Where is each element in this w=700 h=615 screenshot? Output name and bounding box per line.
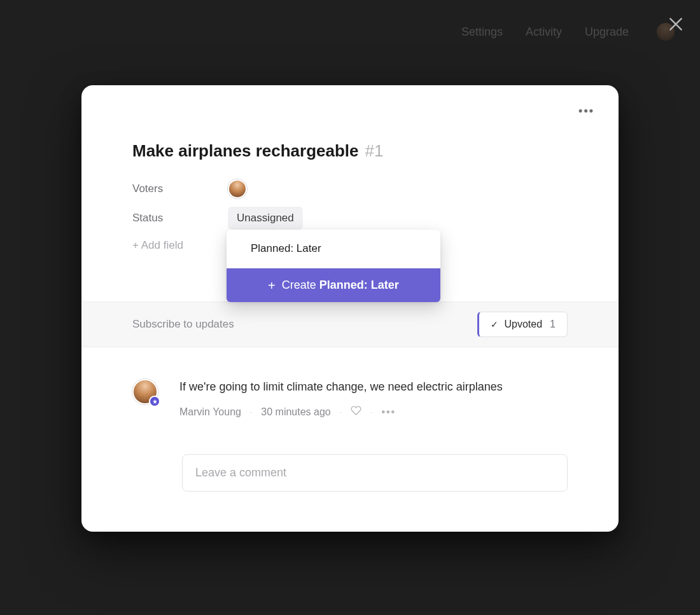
nav-settings: Settings	[461, 25, 503, 39]
comment-input-wrap	[182, 454, 568, 492]
comment-text: If we're going to limit climate change, …	[179, 379, 568, 395]
create-prefix: Create	[282, 279, 316, 291]
upvoted-count: 1	[550, 319, 556, 330]
comment-block: If we're going to limit climate change, …	[132, 379, 568, 418]
more-horizontal-icon: •••	[578, 104, 594, 117]
background-header: Settings Activity Upgrade	[0, 0, 700, 64]
upvoted-button[interactable]: ✓ Upvoted 1	[477, 312, 568, 337]
upvoted-label: Upvoted	[505, 319, 543, 330]
voters-field: Voters	[132, 174, 527, 204]
voters-label: Voters	[132, 183, 228, 195]
status-value[interactable]: Unassigned	[228, 207, 303, 230]
comment-more-button[interactable]: •••	[381, 406, 396, 418]
comment-time: 30 minutes ago	[261, 406, 330, 418]
meta-separator: ·	[340, 408, 342, 417]
close-button[interactable]	[666, 14, 686, 34]
close-icon	[668, 16, 684, 32]
nav-upgrade: Upgrade	[585, 25, 629, 39]
subscribe-bar: Subscribe to updates ✓ Upvoted 1	[81, 301, 619, 347]
more-horizontal-icon: •••	[381, 406, 396, 417]
status-field: Status Unassigned	[132, 204, 527, 233]
status-dropdown: + Create Planned: Later	[227, 230, 440, 302]
voter-avatar[interactable]	[228, 179, 247, 198]
issue-title-row: Make airplanes rechargeable #1	[132, 141, 383, 161]
meta-separator: ·	[370, 408, 372, 417]
like-button[interactable]	[351, 405, 361, 418]
create-value: Planned: Later	[319, 279, 399, 291]
svg-marker-2	[152, 399, 157, 403]
heart-icon	[351, 405, 361, 416]
comment-author[interactable]: Marvin Young	[179, 406, 241, 418]
comment-meta: Marvin Young · 30 minutes ago · · •••	[179, 405, 568, 418]
star-icon	[152, 399, 158, 404]
plus-icon: +	[268, 279, 276, 292]
admin-badge	[149, 396, 160, 407]
comment-avatar-wrap	[132, 379, 158, 404]
status-search-input[interactable]	[235, 237, 431, 260]
status-label: Status	[132, 212, 228, 225]
modal-more-button[interactable]: •••	[578, 104, 594, 118]
meta-separator: ·	[250, 408, 252, 417]
issue-title: Make airplanes rechargeable	[132, 141, 359, 161]
issue-id: #1	[365, 141, 384, 161]
subscribe-link[interactable]: Subscribe to updates	[132, 318, 234, 331]
nav-activity: Activity	[526, 25, 562, 39]
issue-modal: ••• Make airplanes rechargeable #1 Voter…	[81, 85, 619, 532]
check-icon: ✓	[491, 319, 498, 329]
comment-input[interactable]	[182, 454, 568, 492]
create-status-option[interactable]: + Create Planned: Later	[227, 268, 440, 302]
